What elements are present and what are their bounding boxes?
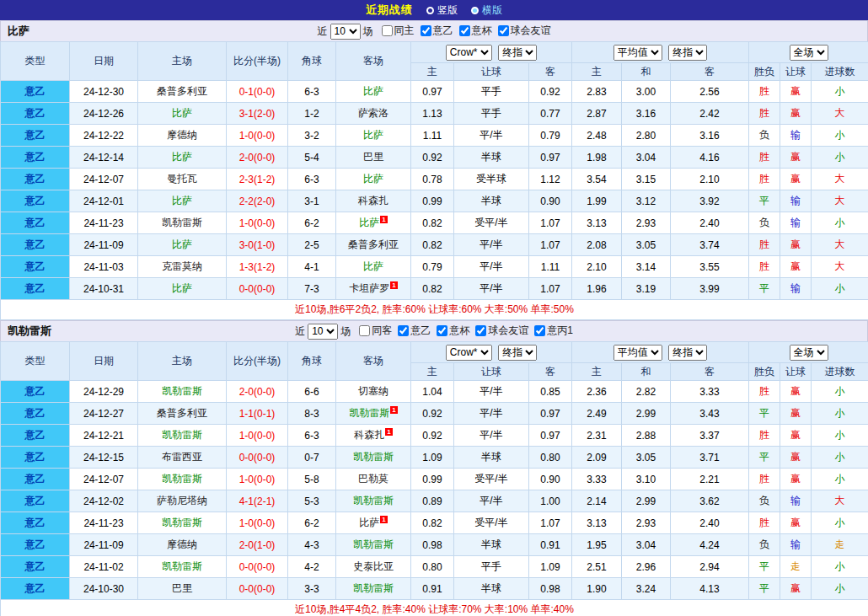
handicap-result-cell: 赢	[780, 147, 812, 169]
filter-checkbox-input[interactable]	[421, 25, 431, 36]
average-odds-select[interactable]: 平均值	[613, 345, 662, 361]
col-header-away: 客场	[336, 342, 411, 381]
goals-result-cell: 小	[812, 447, 868, 469]
away-team-cell: 凯勒雷斯	[336, 490, 411, 512]
handicap-result-cell: 输	[780, 212, 812, 234]
date-cell: 24-12-30	[70, 81, 138, 103]
result-cell: 负	[749, 125, 780, 147]
radio-horizontal-layout[interactable]: 横版	[471, 3, 502, 18]
filter-checkbox-input[interactable]	[534, 325, 545, 336]
filter-checkbox[interactable]: 球会友谊	[469, 324, 528, 338]
filter-checkbox[interactable]: 同主	[376, 24, 415, 38]
final-average-select[interactable]: 终指	[668, 45, 707, 61]
filter-checkbox-label[interactable]: 同客	[372, 324, 392, 338]
home-odds-cell: 1.09	[411, 447, 454, 469]
fulltime-select[interactable]: 全场	[790, 345, 828, 361]
home-team-name: 摩德纳	[167, 538, 197, 550]
filter-checkbox-label[interactable]: 意杯	[472, 24, 492, 38]
radio-vertical-label[interactable]: 竖版	[437, 3, 458, 18]
filter-checkbox-label[interactable]: 意乙	[433, 24, 453, 38]
filter-checkbox[interactable]: 球会友谊	[492, 24, 551, 38]
home-team-name: 布雷西亚	[162, 451, 202, 463]
filter-checkbox[interactable]: 意乙	[392, 324, 431, 338]
final-odds-select[interactable]: 终指	[498, 45, 537, 61]
bookmaker-odds-group: Crow* 终指	[411, 342, 572, 363]
away-odds-cell: 0.91	[529, 534, 572, 556]
handicap-result-cell: 赢	[780, 403, 812, 425]
home-team-name: 巴里	[172, 582, 192, 594]
fulltime-group: 全场	[749, 42, 868, 63]
radio-circle-icon[interactable]	[426, 7, 434, 14]
recent-count-select[interactable]: 10	[308, 324, 338, 340]
filter-checkbox-label[interactable]: 球会友谊	[488, 324, 528, 338]
red-card-badge: 1	[390, 406, 397, 414]
avg-draw-cell: 2.88	[622, 425, 671, 447]
filter-controls: 近 10 场 同客意乙意杯球会友谊意丙1	[295, 324, 573, 340]
filter-checkbox-label[interactable]: 意丙1	[547, 324, 573, 338]
handicap-cell: 半球	[454, 190, 529, 212]
result-cell: 负	[749, 490, 780, 512]
home-odds-cell: 1.13	[411, 103, 454, 125]
page-title: 近期战绩	[366, 3, 413, 18]
corner-cell: 6-2	[288, 212, 336, 234]
avg-home-cell: 3.13	[572, 512, 622, 534]
avg-away-cell: 2.10	[671, 169, 749, 190]
filter-checkbox-label[interactable]: 意杯	[449, 324, 469, 338]
home-team-cell: 比萨	[138, 147, 227, 169]
date-cell: 24-12-14	[70, 147, 138, 169]
corner-cell: 4-1	[288, 256, 336, 278]
filter-checkbox[interactable]: 意丙1	[528, 324, 573, 338]
match-row: 意乙 24-12-26 比萨 3-1(2-0) 1-2 萨索洛 1.13 平手 …	[1, 103, 868, 125]
home-odds-cell: 0.92	[411, 403, 454, 425]
handicap-cell: 平/半	[454, 381, 529, 403]
filter-checkbox-input[interactable]	[437, 325, 447, 336]
home-odds-cell: 0.82	[411, 212, 454, 234]
recent-label: 近	[318, 24, 328, 39]
bookmaker-odds-group: Crow* 终指	[411, 42, 572, 63]
away-team-cell: 切塞纳	[336, 381, 411, 403]
final-odds-select[interactable]: 终指	[498, 345, 537, 361]
filter-checkbox-label[interactable]: 球会友谊	[511, 24, 551, 38]
average-odds-select[interactable]: 平均值	[613, 45, 662, 61]
corner-cell: 8-3	[288, 403, 336, 425]
filter-checkbox-input[interactable]	[475, 325, 486, 336]
bookmaker-select[interactable]: Crow*	[446, 45, 492, 61]
avg-home-cell: 3.33	[572, 469, 622, 490]
filter-checkbox-label[interactable]: 同主	[394, 24, 415, 38]
match-row: 意乙 24-12-15 布雷西亚 0-0(0-0) 0-7 凯勒雷斯 1.09 …	[1, 447, 868, 469]
league-type-cell: 意乙	[1, 578, 70, 600]
radio-horizontal-label[interactable]: 横版	[482, 3, 502, 18]
handicap-result-cell: 输	[780, 490, 812, 512]
goals-result-cell: 小	[812, 212, 868, 234]
goals-result-cell: 大	[812, 190, 868, 212]
col-header-away-odds: 客	[529, 63, 572, 81]
filter-checkbox-input[interactable]	[459, 25, 470, 36]
filter-checkbox-input[interactable]	[498, 25, 509, 36]
corner-cell: 2-5	[288, 234, 336, 256]
handicap-cell: 半球	[454, 534, 529, 556]
filter-checkbox-label[interactable]: 意乙	[410, 324, 431, 338]
filter-checkbox[interactable]: 意杯	[453, 24, 492, 38]
radio-circle-icon[interactable]	[471, 7, 479, 14]
avg-draw-cell: 3.00	[622, 81, 671, 103]
filter-checkbox[interactable]: 意杯	[431, 324, 469, 338]
final-average-select[interactable]: 终指	[668, 345, 707, 361]
recent-count-select[interactable]: 10	[330, 24, 361, 40]
filter-checkbox-input[interactable]	[359, 325, 370, 336]
filter-checkbox-input[interactable]	[382, 25, 393, 36]
fulltime-select[interactable]: 全场	[790, 45, 828, 61]
handicap-result-cell: 赢	[780, 381, 812, 403]
handicap-result-cell: 赢	[780, 103, 812, 125]
filter-checkbox-input[interactable]	[398, 325, 409, 336]
match-row: 意乙 24-10-30 巴里 0-0(0-0) 3-3 凯勒雷斯 0.91 半球…	[1, 578, 868, 600]
filter-checkbox[interactable]: 意乙	[415, 24, 453, 38]
away-team-cell: 比萨1	[336, 212, 411, 234]
filter-checkbox[interactable]: 同客	[353, 324, 392, 338]
corner-cell: 4-3	[288, 534, 336, 556]
bookmaker-select[interactable]: Crow*	[446, 345, 492, 361]
radio-vertical-layout[interactable]: 竖版	[426, 3, 458, 18]
average-odds-group: 平均值 终指	[572, 342, 749, 363]
avg-draw-cell: 3.16	[622, 103, 671, 125]
corner-cell: 5-8	[288, 469, 336, 490]
away-team-name: 比萨	[363, 173, 383, 185]
